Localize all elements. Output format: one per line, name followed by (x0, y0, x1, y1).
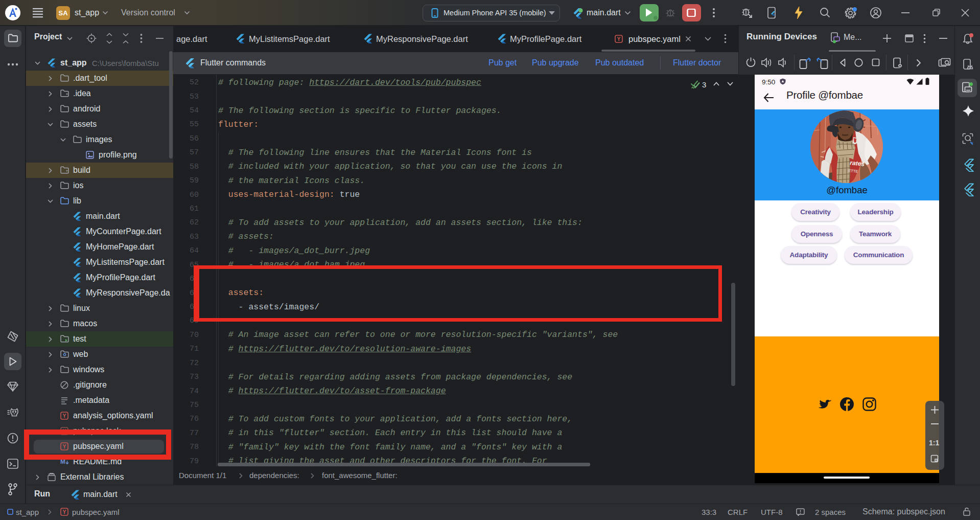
svg-text:*: * (66, 169, 68, 174)
svg-text:Y: Y (617, 36, 620, 42)
svg-text:Y: Y (62, 413, 66, 419)
svg-text:Y: Y (62, 509, 66, 515)
svg-text:*: * (66, 93, 68, 98)
